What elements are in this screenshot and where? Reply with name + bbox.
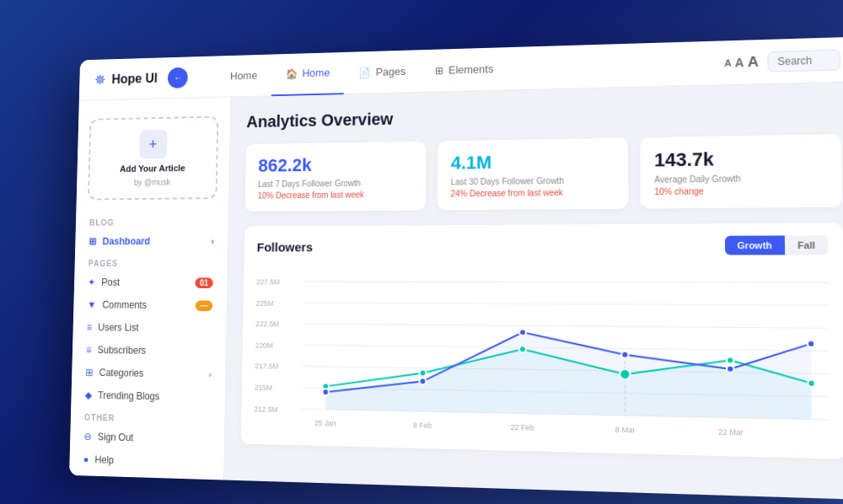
subscribers-label: Subscribers [97, 345, 146, 357]
sidebar-item-post[interactable]: ✦ Post 01 [74, 271, 228, 294]
nav-item-elements[interactable]: ⊞ Elements [421, 47, 509, 93]
stats-row: 862.2k Last 7 Days Follower Growth 10% D… [245, 134, 843, 212]
pages-section-label: PAGES [74, 253, 228, 271]
blue-dot-5 [727, 366, 734, 373]
main-layout: + Add Your Article by @musk BLOG ⊞ Dashb… [69, 82, 843, 500]
y-label-1: 227.5M [256, 278, 280, 287]
logo-icon: ✵ [94, 71, 106, 88]
post-badge: 01 [195, 277, 213, 288]
chevron-right-icon: › [208, 370, 211, 379]
sidebar-item-categories[interactable]: ⊞ Categories › [72, 361, 226, 386]
stat-label-monthly: Last 30 Days Follower Growth [451, 175, 615, 186]
sidebar-item-subscribers[interactable]: ≡ Subscribers [72, 339, 227, 363]
sidebar-item-left: ▼ Comments [87, 299, 147, 311]
chart-header: Followers Growth Fall [257, 235, 829, 255]
stat-change-daily: 10% change [654, 185, 827, 196]
y-label-7: 212.5M [254, 405, 277, 414]
sidebar-item-left: ◆ Trending Blogs [85, 389, 160, 402]
sidebar-item-left: ⊞ Dashboard [89, 236, 150, 248]
blue-area [325, 330, 812, 419]
page-title: Analytics Overview [246, 100, 841, 131]
stat-label-weekly: Last 7 Days Follower Growth [258, 178, 413, 189]
sidebar-item-left: ≡ Subscribers [86, 344, 146, 356]
teal-dot-6 [808, 379, 815, 386]
y-label-6: 215M [255, 383, 272, 393]
back-button[interactable]: ← [168, 67, 188, 88]
subscribers-icon: ≡ [86, 344, 92, 355]
svg-line-2 [303, 324, 829, 328]
stat-label-daily: Average Daily Growth [654, 173, 827, 185]
comments-icon: ▼ [87, 299, 96, 310]
stat-change-monthly: 24% Decrease from last week [451, 187, 615, 198]
sidebar-item-left: ✦ Post [88, 276, 120, 287]
chart-section: Followers Growth Fall [241, 223, 843, 459]
followers-chart: 227.5M 225M 222.5M 220M 217.5M 215M 212.… [254, 264, 830, 442]
signout-label: Sign Out [98, 432, 134, 444]
fall-tab[interactable]: Fall [785, 235, 828, 255]
x-label-1: 25 Jan [314, 419, 336, 428]
help-label: Help [94, 454, 114, 466]
sidebar-item-users-list[interactable]: ≡ Users List [72, 316, 226, 340]
dashboard-label: Dashboard [102, 236, 150, 248]
chart-title: Followers [257, 239, 313, 254]
x-label-5: 22 Mar [718, 427, 744, 437]
comments-label: Comments [102, 299, 147, 311]
logo-text: Hope UI [111, 71, 158, 86]
growth-tab[interactable]: Growth [724, 236, 785, 255]
users-list-icon: ≡ [87, 322, 93, 333]
nav-label: Home [302, 67, 330, 79]
help-icon: ● [83, 453, 89, 465]
y-label-5: 217.5M [255, 362, 278, 372]
nav-label: Home [230, 69, 257, 82]
add-article-subtitle: by @musk [134, 178, 170, 187]
svg-line-0 [303, 281, 829, 282]
blue-dot-2 [420, 378, 427, 384]
nav-item-home-plain[interactable]: Home [216, 54, 271, 97]
post-icon: ✦ [88, 276, 95, 287]
signout-icon: ⊖ [83, 431, 91, 442]
sidebar-item-left: ● Help [83, 453, 115, 466]
chevron-right-icon: › [211, 237, 213, 246]
teal-dot-highlight [620, 369, 630, 379]
svg-line-1 [303, 303, 829, 305]
dashboard-icon: ⊞ [89, 236, 96, 247]
chart-container: 227.5M 225M 222.5M 220M 217.5M 215M 212.… [254, 264, 830, 446]
chart-tabs: Growth Fall [724, 235, 828, 255]
blog-section-label: BLOG [76, 211, 228, 230]
teal-dot-2 [420, 370, 427, 377]
sidebar-item-left: ⊞ Categories [85, 367, 143, 379]
x-label-2: 8 Feb [413, 421, 432, 430]
trending-icon: ◆ [85, 389, 92, 401]
elements-icon: ⊞ [435, 64, 443, 76]
categories-label: Categories [99, 367, 143, 378]
add-article-title: Add Your Article [120, 163, 185, 173]
y-label-4: 220M [255, 340, 273, 349]
nav-item-home-active[interactable]: 🏠 Home [271, 51, 345, 95]
font-medium-button[interactable]: A [735, 55, 744, 69]
sidebar-item-trending[interactable]: ◆ Trending Blogs [71, 383, 225, 410]
blue-dot-3 [519, 329, 526, 335]
sidebar-item-dashboard[interactable]: ⊞ Dashboard › [75, 229, 228, 252]
users-list-label: Users List [98, 322, 139, 334]
home-icon: 🏠 [286, 67, 298, 79]
nav-label: Pages [376, 65, 406, 78]
font-small-button[interactable]: A [724, 57, 732, 67]
blue-dot-1 [322, 389, 329, 395]
y-label-3: 222.5M [255, 319, 279, 328]
topbar-right: A A A [724, 49, 840, 72]
stat-value-weekly: 862.2k [258, 153, 413, 177]
add-article-card[interactable]: + Add Your Article by @musk [88, 116, 218, 201]
font-large-button[interactable]: A [748, 53, 759, 71]
categories-icon: ⊞ [85, 367, 93, 378]
stat-value-daily: 143.7k [654, 147, 827, 172]
x-label-4: 8 Mar [615, 426, 636, 435]
sidebar-item-comments[interactable]: ▼ Comments — [73, 293, 227, 317]
post-label: Post [101, 276, 120, 287]
x-label-3: 22 Feb [511, 423, 534, 432]
font-size-controls: A A A [724, 53, 759, 71]
ui-panel: ✵ Hope UI ← Home 🏠 Home 📄 Pages ⊞ [69, 37, 843, 500]
search-input[interactable] [767, 49, 840, 72]
sidebar-item-help[interactable]: ● Help [69, 448, 223, 475]
nav-item-pages[interactable]: 📄 Pages [344, 50, 421, 94]
stat-change-weekly: 10% Decrease from last week [258, 190, 413, 201]
